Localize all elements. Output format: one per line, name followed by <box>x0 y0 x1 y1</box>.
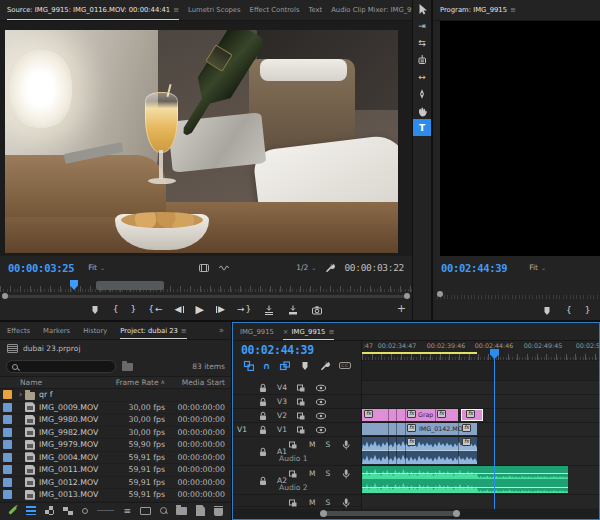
label-color-chip[interactable] <box>3 428 12 437</box>
track-a3-content[interactable] <box>362 495 599 507</box>
solo-button[interactable]: S <box>325 469 330 478</box>
source-video-area[interactable] <box>0 21 412 256</box>
panel-menu-icon[interactable]: ≡ <box>510 6 516 14</box>
track-v4-content[interactable] <box>362 381 599 395</box>
mute-button[interactable]: M <box>309 469 315 478</box>
tab-sequence-2[interactable]: × IMG_9915 ≡ <box>283 323 334 340</box>
tab-text[interactable]: Text <box>308 0 322 20</box>
table-row[interactable]: IMG_9979.MOV 59,90 fps 00:00:00:00 <box>0 439 231 452</box>
program-video-area[interactable] <box>440 21 600 256</box>
program-current-timecode[interactable]: 00:02:44:39 <box>441 262 507 274</box>
scrollbar-thumb[interactable] <box>322 511 458 516</box>
source-playhead[interactable] <box>70 280 78 290</box>
sync-lock-icon[interactable] <box>295 410 307 421</box>
drag-audio-icon[interactable] <box>218 262 230 274</box>
snap-icon[interactable]: ∩ <box>263 361 270 371</box>
scrollbar-track[interactable] <box>5 295 407 298</box>
lock-icon[interactable] <box>257 424 269 435</box>
find-button[interactable] <box>160 505 167 516</box>
track-name[interactable]: Audio 2 <box>279 483 307 492</box>
column-frame-rate[interactable]: Frame Rate ∧ <box>109 378 165 387</box>
tab-source[interactable]: Source: IMG_9915: IMG_0116.MOV: 00:00:44… <box>7 0 179 20</box>
mark-out-button[interactable]: } <box>131 305 137 314</box>
table-row[interactable]: › qr f <box>0 389 231 402</box>
sync-lock-icon[interactable] <box>295 396 307 407</box>
tab-effect-controls[interactable]: Effect Controls <box>250 0 300 20</box>
pen-tool[interactable] <box>413 85 431 102</box>
drag-video-icon[interactable] <box>198 262 210 274</box>
column-name[interactable]: Name <box>0 378 109 387</box>
label-color-chip[interactable] <box>3 390 12 399</box>
add-marker-icon[interactable] <box>299 360 310 371</box>
list-view-button[interactable] <box>26 505 36 516</box>
search-input[interactable] <box>6 360 116 373</box>
audio-clip-a2[interactable] <box>362 466 568 493</box>
track-name[interactable]: Audio 1 <box>279 454 307 463</box>
track-header-v1[interactable]: V1 V1 <box>233 423 361 437</box>
sync-lock-icon[interactable] <box>295 424 307 435</box>
track-v2-content[interactable]: fx fx Grap fx fx <box>362 409 599 423</box>
expander-icon[interactable]: › <box>16 390 25 399</box>
razor-tool[interactable] <box>413 51 431 68</box>
mute-button[interactable]: M <box>309 498 315 507</box>
track-a1-content[interactable]: fx fx <box>362 437 599 466</box>
label-color-chip[interactable] <box>3 440 12 449</box>
linked-selection-icon[interactable] <box>279 360 290 371</box>
hand-tool[interactable] <box>413 102 431 119</box>
table-row[interactable]: IMG_0013.MOV 59,91 fps 00:00:00:00 <box>0 489 231 502</box>
source-zoom-scrollbar[interactable] <box>2 293 410 299</box>
tab-program[interactable]: Program: IMG_9915 ≡ <box>440 0 516 20</box>
new-bin-button[interactable] <box>176 505 187 516</box>
overwrite-button[interactable] <box>287 304 299 316</box>
settings-wrench-icon[interactable] <box>324 262 336 274</box>
program-zoom-select[interactable]: Fit ⌄ <box>529 263 546 272</box>
timeline-horizontal-scrollbar[interactable] <box>233 509 599 519</box>
track-v1-content[interactable]: fx IMG_0142.MOV fx <box>362 423 599 437</box>
track-header-a2[interactable]: A2 M S Audio 2 <box>233 466 361 495</box>
track-header-v2[interactable]: V2 <box>233 409 361 423</box>
table-row[interactable]: IMG_9980.MOV 30,00 fps 00:00:00:00 <box>0 414 231 427</box>
slip-tool[interactable]: ↔ <box>413 68 431 85</box>
source-zoom-select[interactable]: Fit ⌄ <box>88 263 105 272</box>
table-row[interactable]: IMG_0004.MOV 59,91 fps 00:00:00:00 <box>0 452 231 465</box>
label-color-chip[interactable] <box>3 478 12 487</box>
tab-overflow-icon[interactable]: » <box>219 326 224 335</box>
label-color-chip[interactable] <box>3 403 12 412</box>
track-header-a3[interactable]: M S <box>233 495 361 507</box>
program-scrubber[interactable] <box>437 291 600 299</box>
play-button[interactable]: ▶ <box>196 304 204 315</box>
scrollbar-handle-right[interactable] <box>453 510 460 517</box>
lock-icon[interactable] <box>257 475 269 486</box>
tab-project[interactable]: Project: dubai 23 ≡ <box>120 322 186 339</box>
selection-tool[interactable] <box>413 0 431 17</box>
solo-button[interactable]: S <box>325 498 330 507</box>
table-row[interactable]: IMG_9982.MOV 30,00 fps 00:00:00:00 <box>0 427 231 440</box>
panel-menu-icon[interactable]: ≡ <box>328 328 334 336</box>
sort-icons-button[interactable]: ≡ <box>123 505 131 516</box>
table-row[interactable]: IMG_0009.MOV 30,00 fps 00:00:00:00 <box>0 402 231 415</box>
label-color-chip[interactable] <box>3 490 12 499</box>
tab-effects[interactable]: Effects <box>7 322 30 339</box>
toggle-output-eye-icon[interactable] <box>315 382 327 394</box>
scrollbar-handle-left[interactable] <box>2 293 8 299</box>
source-current-timecode[interactable]: 00:00:03:25 <box>8 262 74 274</box>
lock-icon[interactable] <box>257 396 269 407</box>
lock-icon[interactable] <box>257 382 269 393</box>
type-tool[interactable]: T <box>413 119 431 136</box>
playback-resolution-select[interactable]: 1/2 ⌄ <box>296 263 316 272</box>
sync-lock-icon[interactable] <box>287 439 299 450</box>
nest-as-sequence-icon[interactable] <box>243 360 254 371</box>
table-row[interactable]: IMG_0011.MOV 59,91 fps 00:00:00:00 <box>0 464 231 477</box>
timeline-playhead[interactable] <box>494 349 495 509</box>
track-header-v4[interactable]: V4 <box>233 381 361 395</box>
track-id[interactable]: V2 <box>277 411 287 420</box>
track-header-v3[interactable]: V3 <box>233 395 361 409</box>
freeform-view-button[interactable] <box>63 505 73 516</box>
timeline-track-area[interactable]: :47 00:02:34:47 00:02:39:46 00:02:44:46 … <box>361 341 599 509</box>
tab-audio-clip-mixer[interactable]: Audio Clip Mixer: IMG_991 <box>331 0 412 20</box>
mute-button[interactable]: M <box>309 440 315 449</box>
track-select-tool[interactable]: ⇥ <box>413 17 431 34</box>
toggle-output-eye-icon[interactable] <box>315 424 327 436</box>
track-id[interactable]: V1 <box>277 425 287 434</box>
tab-history[interactable]: History <box>83 322 107 339</box>
